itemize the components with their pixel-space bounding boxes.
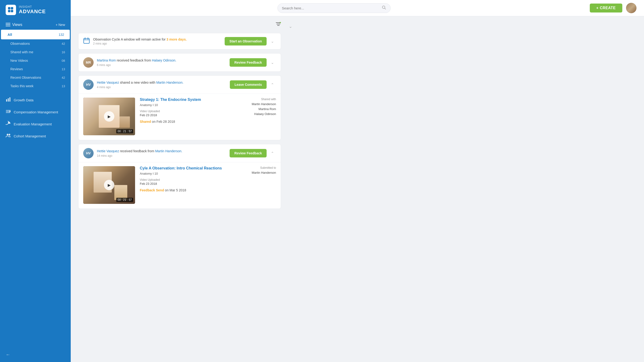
video-level-2: 10	[154, 172, 158, 175]
feedback-card-hettie-header: HV Hettie Vasquez received feedback from…	[78, 144, 281, 162]
views-label: Views	[6, 22, 22, 27]
martina-card-info: Martina Rom received feedback from Halae…	[97, 58, 226, 67]
martina-avatar: MR	[83, 57, 94, 68]
video-row-1: ▶ 00 : 21 : 57 Strategy 1: The Endocrine…	[83, 94, 276, 135]
sidebar-item-all-label: All	[8, 32, 12, 36]
hettie-action-text-2: received feedback from	[120, 149, 155, 153]
martina-chevron-down-icon[interactable]: ⌄	[268, 59, 276, 66]
sidebar-section-compensation-label: Compensation Management	[14, 110, 58, 114]
hettie-card-info-1: Hettie Vasquez shared a new video with M…	[97, 80, 226, 89]
search-box	[278, 3, 390, 13]
hettie-chevron-up-icon-2[interactable]: ⌃	[268, 150, 276, 157]
sidebar-item-recent-obs[interactable]: Recent Observations 42	[0, 73, 71, 82]
video-thumbnail-1[interactable]: ▶ 00 : 21 : 57	[83, 98, 135, 135]
sidebar-item-newvideos[interactable]: New Videos 08	[0, 56, 71, 65]
video-status-word-2: Feedback Send	[140, 188, 164, 192]
create-button[interactable]: + CREATE	[590, 4, 622, 12]
video-shared-info-1: Shared with Martin Handerson Martina Rom…	[252, 98, 276, 135]
feedback-card-hettie: HV Hettie Vasquez received feedback from…	[78, 144, 281, 209]
feedback-card-martina: MR Martina Rom received feedback from Ha…	[78, 53, 281, 72]
video-status-2: Feedback Send on Mar 5 2018	[140, 188, 247, 192]
martina-card-time: 6 mins ago	[97, 64, 226, 67]
sidebar-item-tasks[interactable]: Tasks this week 13	[0, 82, 71, 90]
video-info-2: Cyle A Observation: Intro Chemical React…	[140, 166, 247, 204]
hettie-chevron-up-icon-1[interactable]: ⌃	[268, 81, 276, 88]
topbar: + CREATE	[71, 0, 644, 16]
shared-name-0: Martin Handerson	[252, 102, 276, 107]
sidebar-item-newvideos-label: New Videos	[10, 59, 28, 62]
hettie-avatar-2: HV	[83, 148, 94, 158]
sidebar-item-observations[interactable]: Observations 42	[0, 39, 71, 48]
hettie-action-area-2: Review Feedback ⌃	[230, 149, 276, 158]
sidebar-item-all[interactable]: All 132	[1, 30, 70, 39]
video-card-body-1: ▶ 00 : 21 : 57 Strategy 1: The Endocrine…	[78, 94, 281, 140]
new-button[interactable]: + New	[56, 23, 65, 27]
video-card-hettie: HV Hettie Vasquez shared a new video wit…	[78, 76, 281, 140]
video-play-button-2[interactable]: ▶	[104, 180, 114, 190]
video-thumbnail-2[interactable]: ▶ 00 : 21 : 57	[83, 166, 135, 204]
hettie-card-text-1: Hettie Vasquez shared a new video with M…	[97, 80, 226, 85]
back-button[interactable]: ←	[6, 352, 10, 357]
video-status-prep-1: on	[152, 120, 156, 124]
cycle-chevron-down-icon[interactable]: ⌄	[268, 38, 276, 45]
video-row-2: ▶ 00 : 21 : 57 Cyle A Observation: Intro…	[83, 162, 276, 204]
feedback-card-martina-header: MR Martina Rom received feedback from Ha…	[78, 54, 281, 72]
sidebar-item-tasks-badge: 13	[62, 84, 65, 88]
svg-point-16	[7, 134, 8, 136]
martina-action-text: received feedback from	[117, 58, 151, 62]
svg-point-13	[9, 111, 10, 112]
hettie-target-2: Martin Handerson.	[155, 149, 182, 153]
video-status-date-2: Mar 5 2018	[170, 188, 186, 192]
martina-target: Halaey Odinson.	[152, 58, 176, 62]
hettie-username-2: Hettie Vasquez	[97, 149, 119, 153]
sidebar-section-compensation[interactable]: Compensation Management	[0, 106, 71, 118]
sidebar-section-evaluation-label: Evaluation Management	[14, 122, 52, 126]
leave-comments-button[interactable]: Leave Comments	[230, 80, 266, 89]
filter-icon[interactable]	[276, 22, 281, 27]
svg-rect-3	[11, 10, 13, 12]
right-panel-chevron-down-icon[interactable]: ⌄	[289, 24, 292, 29]
review-feedback-button-1[interactable]: Review Feedback	[230, 58, 266, 67]
sidebar-section-cohort-label: Cohort Management	[14, 134, 46, 138]
video-meta-1: Anatomy I 10	[140, 103, 247, 107]
growth-data-icon	[6, 97, 11, 103]
video-title-1: Strategy 1: The Endocrine System	[140, 98, 247, 102]
calendar-icon	[83, 37, 90, 45]
video-play-button-1[interactable]: ▶	[104, 111, 114, 122]
sidebar-item-observations-label: Observations	[10, 42, 30, 46]
content-area: Observation Cycle A window will remain a…	[71, 16, 644, 362]
views-text: Views	[12, 22, 22, 27]
svg-line-19	[384, 8, 386, 9]
hettie-card-text-2: Hettie Vasquez received feedback from Ma…	[97, 149, 226, 154]
sidebar-item-reviews[interactable]: Reviews 13	[0, 65, 71, 73]
video-info-1: Strategy 1: The Endocrine System Anatomy…	[140, 98, 247, 135]
svg-rect-4	[6, 23, 10, 24]
sidebar-section-evaluation[interactable]: Evaluation Management	[0, 118, 71, 130]
activity-feed: Observation Cycle A window will remain a…	[78, 22, 281, 356]
user-avatar[interactable]	[626, 3, 636, 13]
martina-action-area: Review Feedback ⌄	[230, 58, 276, 67]
logo-insight-text: Insight	[19, 6, 46, 8]
sidebar-header: Insight ADVANCE	[0, 0, 71, 20]
sidebar-item-shared[interactable]: Shared with me 16	[0, 48, 71, 56]
cycle-text: Observation Cycle A window will remain a…	[93, 38, 221, 45]
video-shared-names-1: Martin Handerson Martina Rom Halaey Odin…	[252, 102, 276, 116]
search-input[interactable]	[282, 6, 380, 10]
filter-bar	[78, 22, 281, 29]
sidebar-section-cohort[interactable]: Cohort Management	[0, 130, 71, 142]
svg-rect-5	[6, 24, 10, 25]
video-subject-2: Anatomy	[140, 172, 152, 175]
sidebar-section-growth[interactable]: Growth Data	[0, 94, 71, 106]
sidebar-item-recent-obs-badge: 42	[62, 76, 65, 80]
avatar-image	[626, 3, 636, 13]
views-icon	[6, 23, 10, 27]
video-title-2: Cyle A Observation: Intro Chemical React…	[140, 166, 247, 170]
video-status-1: Shared on Feb 28 2018	[140, 120, 247, 124]
sidebar-item-reviews-label: Reviews	[10, 67, 23, 71]
review-feedback-button-2[interactable]: Review Feedback	[230, 149, 266, 158]
search-icon	[382, 6, 386, 11]
start-observation-button[interactable]: Start an Observation	[225, 37, 266, 46]
sidebar-bottom: ←	[0, 347, 71, 362]
submitted-to-name: Martin Handerson	[252, 170, 276, 175]
video-card-hettie-header: HV Hettie Vasquez shared a new video wit…	[78, 76, 281, 94]
